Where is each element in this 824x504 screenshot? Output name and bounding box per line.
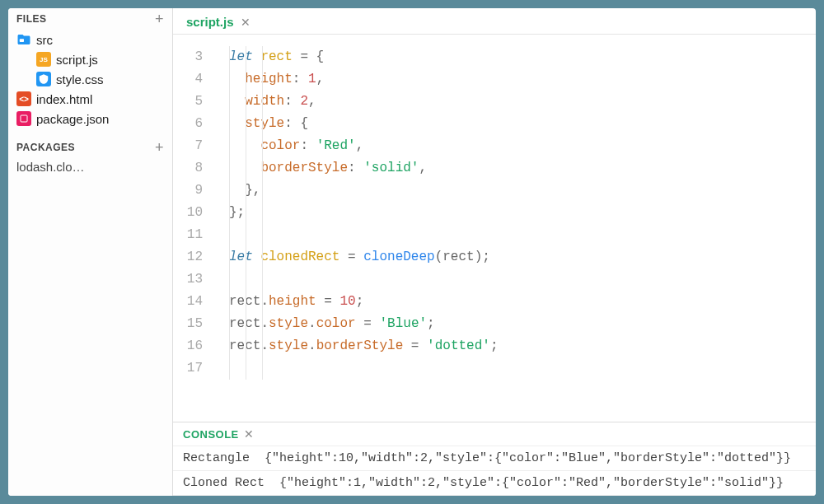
line-gutter: 34567891011121314151617 — [173, 46, 214, 422]
code-line[interactable]: }; — [214, 202, 816, 224]
main-area: script.js ✕ 34567891011121314151617 let … — [173, 8, 816, 496]
packages-section-header: PACKAGES + — [8, 137, 172, 156]
console-header: CONSOLE ✕ — [173, 422, 816, 446]
tab-script-js[interactable]: script.js ✕ — [183, 13, 254, 30]
code-line[interactable]: let rect = { — [214, 46, 816, 68]
folder-src[interactable]: src — [8, 30, 172, 49]
line-number: 13 — [173, 268, 203, 291]
code-line[interactable]: style: { — [214, 113, 816, 135]
css-icon — [36, 72, 51, 86]
tab-bar: script.js ✕ — [173, 8, 816, 35]
ide-window: FILES + src JS script.js style.css <> — [8, 8, 816, 496]
folder-icon — [16, 32, 31, 47]
tab-label: script.js — [186, 15, 234, 29]
code-line[interactable] — [214, 268, 816, 291]
svg-rect-1 — [21, 115, 27, 122]
code-line[interactable]: let clonedRect = cloneDeep(rect); — [214, 246, 816, 268]
package-item[interactable]: lodash.clo… — [16, 160, 164, 174]
sidebar: FILES + src JS script.js style.css <> — [8, 8, 173, 496]
line-number: 14 — [173, 291, 203, 313]
svg-rect-0 — [20, 39, 24, 42]
js-icon: JS — [36, 52, 51, 67]
code-line[interactable]: }, — [214, 180, 816, 202]
file-label: script.js — [56, 53, 98, 67]
file-label: package.json — [36, 112, 109, 126]
line-number: 10 — [173, 202, 203, 224]
add-file-button[interactable]: + — [155, 13, 164, 25]
file-tree: src JS script.js style.css <> index.html — [8, 28, 172, 137]
line-number: 4 — [173, 68, 203, 91]
packages-label: PACKAGES — [16, 142, 75, 153]
line-number: 8 — [173, 157, 203, 180]
line-number: 11 — [173, 224, 203, 246]
console-line: Rectangle {"height":10,"width":2,"style"… — [173, 446, 816, 471]
code-line[interactable]: width: 2, — [214, 91, 816, 113]
code-line[interactable]: rect.style.borderStyle = 'dotted'; — [214, 335, 816, 357]
code-line[interactable] — [214, 357, 816, 380]
line-number: 12 — [173, 246, 203, 268]
packages-list: lodash.clo… — [8, 156, 172, 177]
console-label: CONSOLE — [183, 428, 239, 441]
line-number: 17 — [173, 357, 203, 380]
code-line[interactable]: color: 'Red', — [214, 135, 816, 157]
line-number: 7 — [173, 135, 203, 157]
code-line[interactable]: height: 1, — [214, 68, 816, 91]
console-output: Rectangle {"height":10,"width":2,"style"… — [173, 446, 816, 496]
line-number: 15 — [173, 313, 203, 335]
file-label: style.css — [56, 72, 104, 86]
file-package-json[interactable]: package.json — [8, 109, 172, 128]
json-icon — [16, 111, 31, 126]
file-style-css[interactable]: style.css — [8, 69, 172, 89]
files-label: FILES — [16, 13, 47, 25]
code-area[interactable]: let rect = { height: 1, width: 2, style:… — [214, 46, 816, 422]
code-line[interactable] — [214, 224, 816, 246]
line-number: 6 — [173, 113, 203, 135]
line-number: 9 — [173, 180, 203, 202]
file-index-html[interactable]: <> index.html — [8, 89, 172, 109]
code-editor[interactable]: 34567891011121314151617 let rect = { hei… — [173, 35, 816, 422]
add-package-button[interactable]: + — [155, 142, 164, 153]
code-line[interactable]: rect.style.color = 'Blue'; — [214, 313, 816, 335]
close-icon[interactable]: ✕ — [244, 427, 255, 441]
file-label: src — [36, 33, 53, 47]
console-line: Cloned Rect {"height":1,"width":2,"style… — [173, 471, 816, 496]
line-number: 5 — [173, 91, 203, 113]
close-icon[interactable]: ✕ — [241, 16, 250, 29]
file-label: index.html — [36, 92, 92, 106]
line-number: 3 — [173, 46, 203, 68]
html-icon: <> — [16, 91, 31, 106]
code-line[interactable]: borderStyle: 'solid', — [214, 157, 816, 180]
files-section-header: FILES + — [8, 8, 172, 28]
code-line[interactable]: rect.height = 10; — [214, 291, 816, 313]
console-panel: CONSOLE ✕ Rectangle {"height":10,"width"… — [173, 422, 816, 496]
line-number: 16 — [173, 335, 203, 357]
file-script-js[interactable]: JS script.js — [8, 49, 172, 69]
